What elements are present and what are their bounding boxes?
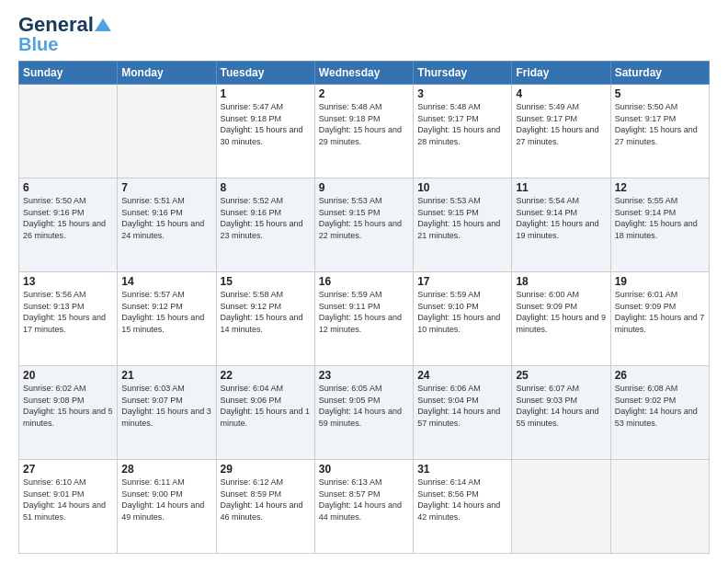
header: General Blue <box>18 15 710 53</box>
day-info: Sunrise: 5:57 AMSunset: 9:12 PMDaylight:… <box>121 289 211 335</box>
day-number: 25 <box>516 369 606 382</box>
calendar-cell: 6Sunrise: 5:50 AMSunset: 9:16 PMDaylight… <box>19 178 118 272</box>
day-info: Sunrise: 5:49 AMSunset: 9:17 PMDaylight:… <box>516 101 606 147</box>
calendar-cell: 11Sunrise: 5:54 AMSunset: 9:14 PMDayligh… <box>512 178 610 272</box>
calendar-cell: 29Sunrise: 6:12 AMSunset: 8:59 PMDayligh… <box>216 460 314 554</box>
calendar-cell <box>19 85 118 178</box>
day-number: 5 <box>615 87 705 100</box>
day-info: Sunrise: 5:53 AMSunset: 9:15 PMDaylight:… <box>319 195 409 241</box>
calendar-cell: 22Sunrise: 6:04 AMSunset: 9:06 PMDayligh… <box>216 366 314 460</box>
calendar-cell: 21Sunrise: 6:03 AMSunset: 9:07 PMDayligh… <box>118 366 216 460</box>
day-info: Sunrise: 5:54 AMSunset: 9:14 PMDaylight:… <box>516 195 606 241</box>
logo: General Blue <box>18 15 111 53</box>
calendar-cell: 30Sunrise: 6:13 AMSunset: 8:57 PMDayligh… <box>314 460 413 554</box>
day-number: 28 <box>121 463 211 476</box>
day-number: 18 <box>516 275 606 288</box>
calendar-header-thursday: Thursday <box>414 62 512 85</box>
day-number: 15 <box>221 275 311 288</box>
calendar-cell: 15Sunrise: 5:58 AMSunset: 9:12 PMDayligh… <box>216 272 314 366</box>
day-info: Sunrise: 5:59 AMSunset: 9:10 PMDaylight:… <box>417 289 507 335</box>
day-number: 16 <box>319 275 409 288</box>
calendar-cell: 3Sunrise: 5:48 AMSunset: 9:17 PMDaylight… <box>414 85 512 178</box>
day-info: Sunrise: 5:48 AMSunset: 9:17 PMDaylight:… <box>417 101 507 147</box>
day-number: 24 <box>417 369 507 382</box>
day-info: Sunrise: 5:52 AMSunset: 9:16 PMDaylight:… <box>221 195 311 241</box>
day-number: 4 <box>516 87 606 100</box>
day-info: Sunrise: 6:10 AMSunset: 9:01 PMDaylight:… <box>23 477 113 523</box>
day-number: 31 <box>417 463 507 476</box>
calendar-week-row: 20Sunrise: 6:02 AMSunset: 9:08 PMDayligh… <box>19 366 710 460</box>
day-info: Sunrise: 5:51 AMSunset: 9:16 PMDaylight:… <box>121 195 211 241</box>
day-number: 12 <box>615 181 705 194</box>
day-number: 26 <box>615 369 705 382</box>
day-number: 20 <box>23 369 113 382</box>
day-number: 13 <box>23 275 113 288</box>
day-info: Sunrise: 5:55 AMSunset: 9:14 PMDaylight:… <box>615 195 705 241</box>
calendar-cell: 31Sunrise: 6:14 AMSunset: 8:56 PMDayligh… <box>414 460 512 554</box>
calendar-header-wednesday: Wednesday <box>314 62 413 85</box>
day-number: 27 <box>23 463 113 476</box>
day-number: 23 <box>319 369 409 382</box>
calendar-cell: 2Sunrise: 5:48 AMSunset: 9:18 PMDaylight… <box>314 85 413 178</box>
calendar-cell: 1Sunrise: 5:47 AMSunset: 9:18 PMDaylight… <box>216 85 314 178</box>
calendar-cell: 26Sunrise: 6:08 AMSunset: 9:02 PMDayligh… <box>610 366 709 460</box>
day-number: 21 <box>121 369 211 382</box>
day-info: Sunrise: 5:50 AMSunset: 9:17 PMDaylight:… <box>615 101 705 147</box>
svg-marker-0 <box>95 18 111 31</box>
calendar-cell: 17Sunrise: 5:59 AMSunset: 9:10 PMDayligh… <box>414 272 512 366</box>
logo-general: General <box>18 15 94 35</box>
logo-icon <box>95 17 111 33</box>
day-info: Sunrise: 6:11 AMSunset: 9:00 PMDaylight:… <box>121 477 211 523</box>
calendar-cell: 12Sunrise: 5:55 AMSunset: 9:14 PMDayligh… <box>610 178 709 272</box>
calendar-cell: 23Sunrise: 6:05 AMSunset: 9:05 PMDayligh… <box>314 366 413 460</box>
calendar-header-tuesday: Tuesday <box>216 62 314 85</box>
day-info: Sunrise: 6:06 AMSunset: 9:04 PMDaylight:… <box>417 383 507 429</box>
day-info: Sunrise: 6:04 AMSunset: 9:06 PMDaylight:… <box>221 383 311 429</box>
calendar-cell: 16Sunrise: 5:59 AMSunset: 9:11 PMDayligh… <box>314 272 413 366</box>
day-number: 8 <box>221 181 311 194</box>
calendar-cell: 10Sunrise: 5:53 AMSunset: 9:15 PMDayligh… <box>414 178 512 272</box>
day-number: 6 <box>23 181 113 194</box>
calendar-cell: 5Sunrise: 5:50 AMSunset: 9:17 PMDaylight… <box>610 85 709 178</box>
calendar-cell: 27Sunrise: 6:10 AMSunset: 9:01 PMDayligh… <box>19 460 118 554</box>
day-info: Sunrise: 6:07 AMSunset: 9:03 PMDaylight:… <box>516 383 606 429</box>
calendar-cell: 24Sunrise: 6:06 AMSunset: 9:04 PMDayligh… <box>414 366 512 460</box>
day-info: Sunrise: 5:53 AMSunset: 9:15 PMDaylight:… <box>417 195 507 241</box>
day-number: 29 <box>221 463 311 476</box>
page: General Blue SundayMondayTuesdayWednesda… <box>0 0 728 563</box>
calendar-cell <box>512 460 610 554</box>
day-number: 2 <box>319 87 409 100</box>
day-info: Sunrise: 5:48 AMSunset: 9:18 PMDaylight:… <box>319 101 409 147</box>
day-info: Sunrise: 6:05 AMSunset: 9:05 PMDaylight:… <box>319 383 409 429</box>
logo-blue: Blue <box>18 35 58 53</box>
day-number: 30 <box>319 463 409 476</box>
calendar-cell: 4Sunrise: 5:49 AMSunset: 9:17 PMDaylight… <box>512 85 610 178</box>
calendar-cell: 8Sunrise: 5:52 AMSunset: 9:16 PMDaylight… <box>216 178 314 272</box>
day-info: Sunrise: 5:50 AMSunset: 9:16 PMDaylight:… <box>23 195 113 241</box>
day-number: 17 <box>417 275 507 288</box>
calendar-header-saturday: Saturday <box>610 62 709 85</box>
calendar-cell: 7Sunrise: 5:51 AMSunset: 9:16 PMDaylight… <box>118 178 216 272</box>
day-number: 9 <box>319 181 409 194</box>
calendar-week-row: 1Sunrise: 5:47 AMSunset: 9:18 PMDaylight… <box>19 85 710 178</box>
calendar-cell: 19Sunrise: 6:01 AMSunset: 9:09 PMDayligh… <box>610 272 709 366</box>
calendar-cell <box>118 85 216 178</box>
calendar-table: SundayMondayTuesdayWednesdayThursdayFrid… <box>18 61 710 554</box>
calendar-header-row: SundayMondayTuesdayWednesdayThursdayFrid… <box>19 62 710 85</box>
day-info: Sunrise: 5:58 AMSunset: 9:12 PMDaylight:… <box>221 289 311 335</box>
day-number: 3 <box>417 87 507 100</box>
calendar-header-friday: Friday <box>512 62 610 85</box>
day-info: Sunrise: 5:47 AMSunset: 9:18 PMDaylight:… <box>221 101 311 147</box>
calendar-cell: 28Sunrise: 6:11 AMSunset: 9:00 PMDayligh… <box>118 460 216 554</box>
day-number: 11 <box>516 181 606 194</box>
calendar-week-row: 6Sunrise: 5:50 AMSunset: 9:16 PMDaylight… <box>19 178 710 272</box>
day-number: 14 <box>121 275 211 288</box>
day-number: 22 <box>221 369 311 382</box>
day-info: Sunrise: 6:02 AMSunset: 9:08 PMDaylight:… <box>23 383 113 429</box>
day-info: Sunrise: 6:13 AMSunset: 8:57 PMDaylight:… <box>319 477 409 523</box>
calendar-header-monday: Monday <box>118 62 216 85</box>
day-info: Sunrise: 6:12 AMSunset: 8:59 PMDaylight:… <box>221 477 311 523</box>
calendar-cell: 25Sunrise: 6:07 AMSunset: 9:03 PMDayligh… <box>512 366 610 460</box>
day-info: Sunrise: 5:59 AMSunset: 9:11 PMDaylight:… <box>319 289 409 335</box>
day-info: Sunrise: 6:00 AMSunset: 9:09 PMDaylight:… <box>516 289 606 335</box>
